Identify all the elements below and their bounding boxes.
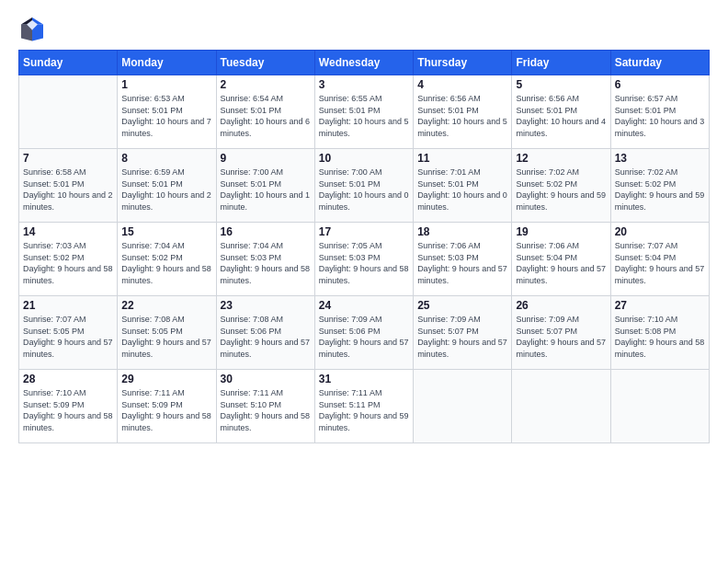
calendar-cell: 19Sunrise: 7:06 AMSunset: 5:04 PMDayligh… xyxy=(512,223,610,296)
weekday-tuesday: Tuesday xyxy=(216,51,314,75)
day-info: Sunrise: 7:08 AMSunset: 5:06 PMDaylight:… xyxy=(221,314,311,360)
day-info: Sunrise: 7:09 AMSunset: 5:06 PMDaylight:… xyxy=(319,314,409,360)
header xyxy=(18,15,710,42)
day-info: Sunrise: 7:06 AMSunset: 5:03 PMDaylight:… xyxy=(417,240,507,286)
calendar-week-2: 7Sunrise: 6:58 AMSunset: 5:01 PMDaylight… xyxy=(19,149,710,223)
calendar-cell xyxy=(414,370,512,443)
day-info: Sunrise: 7:03 AMSunset: 5:02 PMDaylight:… xyxy=(23,240,113,286)
day-number: 22 xyxy=(121,299,211,312)
day-number: 13 xyxy=(615,152,705,165)
day-info: Sunrise: 7:07 AMSunset: 5:05 PMDaylight:… xyxy=(23,314,113,360)
calendar-cell: 4Sunrise: 6:56 AMSunset: 5:01 PMDaylight… xyxy=(414,75,512,149)
calendar-table: SundayMondayTuesdayWednesdayThursdayFrid… xyxy=(18,50,710,443)
calendar-cell xyxy=(512,370,610,443)
calendar-cell: 6Sunrise: 6:57 AMSunset: 5:01 PMDaylight… xyxy=(610,75,709,149)
calendar-cell: 13Sunrise: 7:02 AMSunset: 5:02 PMDayligh… xyxy=(610,149,709,223)
day-number: 15 xyxy=(121,225,211,238)
day-info: Sunrise: 7:05 AMSunset: 5:03 PMDaylight:… xyxy=(319,240,409,286)
calendar-cell: 3Sunrise: 6:55 AMSunset: 5:01 PMDaylight… xyxy=(314,75,413,149)
day-info: Sunrise: 6:54 AMSunset: 5:01 PMDaylight:… xyxy=(221,93,311,139)
day-number: 11 xyxy=(417,152,507,165)
day-number: 20 xyxy=(615,225,705,238)
day-number: 31 xyxy=(319,373,409,385)
day-number: 27 xyxy=(615,299,705,312)
day-info: Sunrise: 7:11 AMSunset: 5:10 PMDaylight:… xyxy=(221,387,311,433)
day-number: 28 xyxy=(23,373,113,385)
day-number: 23 xyxy=(221,299,311,312)
calendar-cell: 15Sunrise: 7:04 AMSunset: 5:02 PMDayligh… xyxy=(118,223,216,296)
day-number: 4 xyxy=(417,78,507,91)
day-number: 5 xyxy=(516,78,606,91)
day-number: 6 xyxy=(615,78,705,91)
day-info: Sunrise: 6:57 AMSunset: 5:01 PMDaylight:… xyxy=(615,93,705,139)
day-number: 21 xyxy=(23,299,113,312)
day-info: Sunrise: 6:56 AMSunset: 5:01 PMDaylight:… xyxy=(516,93,606,139)
day-info: Sunrise: 7:08 AMSunset: 5:05 PMDaylight:… xyxy=(121,314,211,360)
page: SundayMondayTuesdayWednesdayThursdayFrid… xyxy=(0,0,728,563)
weekday-header-row: SundayMondayTuesdayWednesdayThursdayFrid… xyxy=(19,51,710,75)
day-info: Sunrise: 6:56 AMSunset: 5:01 PMDaylight:… xyxy=(417,93,507,139)
day-info: Sunrise: 7:01 AMSunset: 5:01 PMDaylight:… xyxy=(417,167,507,213)
day-info: Sunrise: 7:10 AMSunset: 5:08 PMDaylight:… xyxy=(615,314,705,360)
day-info: Sunrise: 6:58 AMSunset: 5:01 PMDaylight:… xyxy=(23,167,113,213)
day-number: 18 xyxy=(417,225,507,238)
calendar-cell xyxy=(610,370,709,443)
calendar-cell: 9Sunrise: 7:00 AMSunset: 5:01 PMDaylight… xyxy=(216,149,314,223)
day-number: 1 xyxy=(121,78,211,91)
calendar-cell: 27Sunrise: 7:10 AMSunset: 5:08 PMDayligh… xyxy=(610,296,709,370)
day-info: Sunrise: 7:10 AMSunset: 5:09 PMDaylight:… xyxy=(23,387,113,433)
day-info: Sunrise: 7:02 AMSunset: 5:02 PMDaylight:… xyxy=(615,167,705,213)
day-number: 19 xyxy=(516,225,606,238)
calendar-cell: 17Sunrise: 7:05 AMSunset: 5:03 PMDayligh… xyxy=(314,223,413,296)
calendar-cell: 8Sunrise: 6:59 AMSunset: 5:01 PMDaylight… xyxy=(118,149,216,223)
day-number: 9 xyxy=(221,152,311,165)
day-number: 25 xyxy=(417,299,507,312)
calendar-cell: 16Sunrise: 7:04 AMSunset: 5:03 PMDayligh… xyxy=(216,223,314,296)
day-number: 7 xyxy=(23,152,113,165)
day-info: Sunrise: 6:53 AMSunset: 5:01 PMDaylight:… xyxy=(121,93,211,139)
calendar-cell: 11Sunrise: 7:01 AMSunset: 5:01 PMDayligh… xyxy=(414,149,512,223)
calendar-week-4: 21Sunrise: 7:07 AMSunset: 5:05 PMDayligh… xyxy=(19,296,710,370)
day-number: 10 xyxy=(319,152,409,165)
day-number: 17 xyxy=(319,225,409,238)
day-number: 2 xyxy=(221,78,311,91)
calendar-cell: 1Sunrise: 6:53 AMSunset: 5:01 PMDaylight… xyxy=(118,75,216,149)
logo-icon xyxy=(18,15,46,42)
day-info: Sunrise: 7:04 AMSunset: 5:02 PMDaylight:… xyxy=(121,240,211,286)
calendar-cell: 2Sunrise: 6:54 AMSunset: 5:01 PMDaylight… xyxy=(216,75,314,149)
day-info: Sunrise: 7:00 AMSunset: 5:01 PMDaylight:… xyxy=(221,167,311,213)
calendar-cell: 30Sunrise: 7:11 AMSunset: 5:10 PMDayligh… xyxy=(216,370,314,443)
day-info: Sunrise: 7:04 AMSunset: 5:03 PMDaylight:… xyxy=(221,240,311,286)
day-number: 8 xyxy=(121,152,211,165)
weekday-friday: Friday xyxy=(512,51,610,75)
day-info: Sunrise: 7:09 AMSunset: 5:07 PMDaylight:… xyxy=(516,314,606,360)
weekday-thursday: Thursday xyxy=(414,51,512,75)
day-number: 16 xyxy=(221,225,311,238)
calendar-cell xyxy=(19,75,118,149)
logo xyxy=(18,15,50,42)
calendar-cell: 29Sunrise: 7:11 AMSunset: 5:09 PMDayligh… xyxy=(118,370,216,443)
day-number: 12 xyxy=(516,152,606,165)
day-number: 14 xyxy=(23,225,113,238)
calendar-cell: 23Sunrise: 7:08 AMSunset: 5:06 PMDayligh… xyxy=(216,296,314,370)
calendar-cell: 14Sunrise: 7:03 AMSunset: 5:02 PMDayligh… xyxy=(19,223,118,296)
day-info: Sunrise: 7:09 AMSunset: 5:07 PMDaylight:… xyxy=(417,314,507,360)
weekday-saturday: Saturday xyxy=(610,51,709,75)
calendar-cell: 21Sunrise: 7:07 AMSunset: 5:05 PMDayligh… xyxy=(19,296,118,370)
calendar-cell: 28Sunrise: 7:10 AMSunset: 5:09 PMDayligh… xyxy=(19,370,118,443)
calendar-cell: 10Sunrise: 7:00 AMSunset: 5:01 PMDayligh… xyxy=(314,149,413,223)
calendar-cell: 18Sunrise: 7:06 AMSunset: 5:03 PMDayligh… xyxy=(414,223,512,296)
calendar-cell: 12Sunrise: 7:02 AMSunset: 5:02 PMDayligh… xyxy=(512,149,610,223)
calendar-cell: 31Sunrise: 7:11 AMSunset: 5:11 PMDayligh… xyxy=(314,370,413,443)
calendar-cell: 20Sunrise: 7:07 AMSunset: 5:04 PMDayligh… xyxy=(610,223,709,296)
day-info: Sunrise: 6:59 AMSunset: 5:01 PMDaylight:… xyxy=(121,167,211,213)
calendar-week-3: 14Sunrise: 7:03 AMSunset: 5:02 PMDayligh… xyxy=(19,223,710,296)
day-number: 24 xyxy=(319,299,409,312)
day-info: Sunrise: 7:11 AMSunset: 5:11 PMDaylight:… xyxy=(319,387,409,433)
calendar-cell: 25Sunrise: 7:09 AMSunset: 5:07 PMDayligh… xyxy=(414,296,512,370)
day-info: Sunrise: 7:00 AMSunset: 5:01 PMDaylight:… xyxy=(319,167,409,213)
calendar-cell: 5Sunrise: 6:56 AMSunset: 5:01 PMDaylight… xyxy=(512,75,610,149)
day-info: Sunrise: 7:02 AMSunset: 5:02 PMDaylight:… xyxy=(516,167,606,213)
weekday-wednesday: Wednesday xyxy=(314,51,413,75)
day-number: 3 xyxy=(319,78,409,91)
